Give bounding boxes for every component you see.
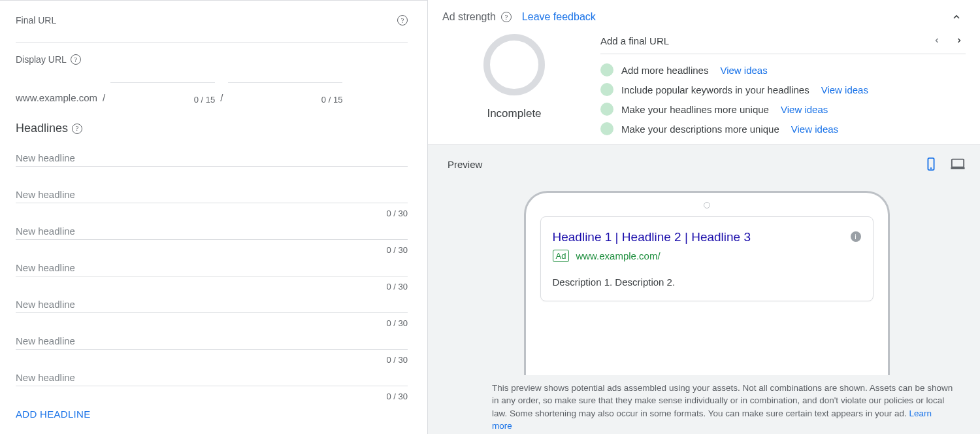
svg-point-1: [930, 168, 932, 169]
preview-footer-note: This preview shows potential ads assembl…: [492, 375, 954, 433]
ad-preview-card: Headline 1 | Headline 2 | Headline 3 i A…: [540, 216, 874, 301]
recommendation-item: Include popular keywords in your headlin…: [600, 83, 966, 96]
path-separator: /: [100, 92, 108, 105]
ad-strength-detail-title: Add a final URL: [600, 35, 669, 46]
view-ideas-link[interactable]: View ideas: [821, 84, 868, 95]
ad-strength-and-preview-pane: Ad strength ? Leave feedback Incomplete …: [427, 0, 980, 434]
headline-input[interactable]: [16, 150, 408, 167]
info-icon[interactable]: i: [851, 231, 861, 242]
headline-item: 0 / 30: [16, 223, 408, 256]
path-1-counter: 0 / 15: [194, 95, 216, 105]
preview-title: Preview: [448, 159, 482, 170]
headlines-section-title: Headlines: [16, 122, 68, 135]
collapse-button[interactable]: [947, 8, 966, 26]
status-dot-icon: [600, 63, 613, 76]
headline-input[interactable]: [16, 259, 408, 276]
headline-counter: 0 / 30: [16, 392, 408, 402]
headline-input[interactable]: [16, 223, 408, 240]
ad-editor-pane: Final URL ? Display URL ? www.example.co…: [0, 0, 427, 434]
headline-input[interactable]: [16, 186, 408, 203]
chevron-left-icon: [933, 37, 941, 44]
chevron-up-icon: [951, 12, 962, 22]
help-icon[interactable]: ?: [71, 54, 81, 65]
preview-section: Preview Headline 1 | Headline 2 | Headli…: [428, 145, 980, 434]
ad-strength-gauge: [483, 34, 545, 95]
desktop-icon: [950, 157, 966, 171]
ad-preview-headline: Headline 1 | Headline 2 | Headline 3: [553, 230, 751, 244]
path-separator: /: [218, 92, 225, 105]
ad-strength-label: Ad strength: [442, 11, 496, 23]
help-icon[interactable]: ?: [72, 124, 82, 134]
status-dot-icon: [600, 122, 613, 135]
headline-item: 0 / 30: [16, 296, 408, 329]
svg-rect-3: [951, 168, 964, 169]
leave-feedback-link[interactable]: Leave feedback: [522, 11, 596, 23]
svg-rect-2: [952, 159, 964, 167]
headline-counter: 0 / 30: [16, 209, 408, 219]
headline-counter: 0 / 30: [16, 282, 408, 292]
final-url-input[interactable]: [16, 27, 408, 42]
final-url-label: Final URL: [16, 15, 56, 25]
recommendation-text: Include popular keywords in your headlin…: [621, 84, 809, 95]
phone-speaker-icon: [704, 202, 710, 209]
recommendation-item: Make your descriptions more uniqueView i…: [600, 122, 966, 135]
help-icon[interactable]: ?: [501, 12, 512, 22]
headline-input[interactable]: [16, 333, 408, 350]
headline-counter: 0 / 30: [16, 318, 408, 329]
mobile-preview-frame: Headline 1 | Headline 2 | Headline 3 i A…: [524, 191, 890, 387]
headline-input[interactable]: [16, 369, 408, 386]
headline-counter: 0 / 30: [16, 245, 408, 256]
mobile-icon: [924, 157, 938, 171]
status-dot-icon: [600, 83, 613, 96]
view-ideas-link[interactable]: View ideas: [781, 104, 828, 115]
recommendation-list: Add more headlinesView ideasInclude popu…: [600, 63, 966, 135]
display-url-label: Display URL: [16, 54, 67, 65]
next-recommendation-button[interactable]: [953, 34, 966, 47]
add-headline-button[interactable]: ADD HEADLINE: [16, 409, 90, 420]
display-path-1-input[interactable]: [110, 67, 215, 83]
prev-recommendation-button[interactable]: [930, 34, 943, 47]
help-icon[interactable]: ?: [397, 15, 408, 25]
headline-counter: 0 / 30: [16, 355, 408, 365]
headline-item: 0 / 30: [16, 369, 408, 402]
headline-item: 0 / 30: [16, 333, 408, 365]
display-url-base: www.example.com: [16, 92, 97, 105]
ad-strength-section: Ad strength ? Leave feedback Incomplete …: [428, 0, 980, 145]
headline-list: 0 / 300 / 300 / 300 / 300 / 300 / 300 / …: [16, 150, 408, 402]
ad-badge: Ad: [553, 250, 570, 262]
ad-preview-url: www.example.com/: [576, 250, 660, 261]
recommendation-item: Add more headlinesView ideas: [600, 63, 966, 76]
mobile-preview-toggle[interactable]: [924, 157, 938, 171]
headline-item: 0 / 30: [16, 186, 408, 219]
status-dot-icon: [600, 103, 613, 116]
view-ideas-link[interactable]: View ideas: [720, 65, 767, 76]
recommendation-text: Make your headlines more unique: [621, 104, 769, 115]
ad-preview-description: Description 1. Description 2.: [553, 276, 861, 288]
headline-item: 0 / 30: [16, 150, 408, 182]
desktop-preview-toggle[interactable]: [950, 157, 966, 171]
headline-input[interactable]: [16, 296, 408, 313]
display-path-2-input[interactable]: [228, 67, 342, 83]
headline-item: 0 / 30: [16, 259, 408, 292]
ad-strength-status: Incomplete: [487, 107, 541, 120]
chevron-right-icon: [955, 37, 963, 44]
recommendation-item: Make your headlines more uniqueView idea…: [600, 103, 966, 116]
recommendation-text: Add more headlines: [621, 65, 708, 76]
preview-footer-text: This preview shows potential ads assembl…: [492, 383, 953, 418]
recommendation-text: Make your descriptions more unique: [621, 124, 779, 135]
path-2-counter: 0 / 15: [321, 95, 343, 105]
view-ideas-link[interactable]: View ideas: [791, 124, 838, 135]
